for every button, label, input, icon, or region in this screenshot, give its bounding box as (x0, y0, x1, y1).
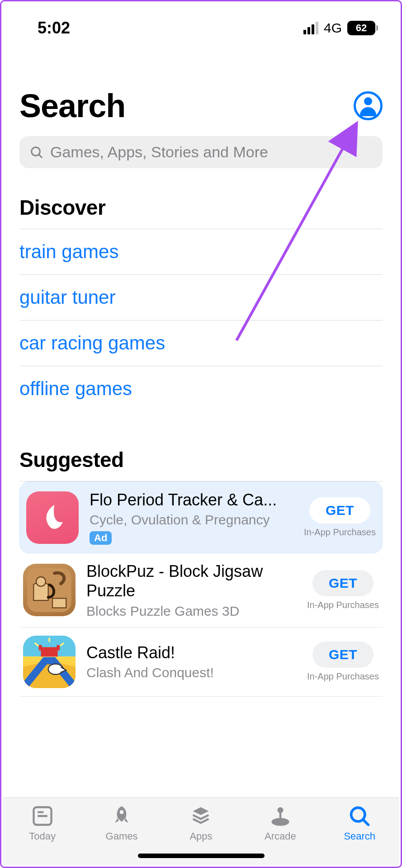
tab-label: Search (344, 830, 375, 842)
iap-label: In-App Purchases (304, 527, 376, 538)
app-icon (23, 564, 76, 616)
search-input[interactable] (50, 143, 373, 161)
home-indicator[interactable] (138, 854, 265, 858)
tab-apps[interactable]: Apps (174, 804, 228, 842)
tab-label: Today (29, 830, 56, 842)
svg-rect-10 (39, 645, 42, 650)
discover-item[interactable]: train games (19, 229, 383, 275)
svg-point-3 (36, 577, 46, 586)
search-field[interactable] (19, 136, 383, 168)
svg-point-20 (271, 818, 289, 826)
iap-label: In-App Purchases (307, 671, 379, 682)
app-meta: Castle Raid! Clash And Conquest! (86, 643, 296, 680)
suggested-list: Flo Period Tracker & Ca... Cycle, Ovulat… (19, 481, 383, 697)
svg-line-1 (39, 155, 42, 158)
status-time: 5:02 (38, 19, 70, 38)
app-meta: BlockPuz - Block Jigsaw Puzzle Blocks Pu… (86, 561, 296, 618)
status-bar: 5:02 4G 62 (1, 1, 401, 42)
svg-point-12 (48, 664, 63, 674)
tab-label: Games (106, 830, 138, 842)
tab-arcade[interactable]: Arcade (253, 804, 307, 842)
app-subtitle: Cycle, Ovulation & Pregnancy (90, 512, 293, 528)
ad-badge: Ad (90, 531, 112, 545)
app-actions: GET In-App Purchases (307, 570, 379, 610)
svg-point-0 (32, 147, 40, 156)
rocket-icon (110, 804, 133, 828)
svg-point-17 (120, 810, 124, 814)
tab-label: Arcade (265, 830, 296, 842)
app-actions: GET In-App Purchases (304, 497, 376, 538)
app-subtitle: Blocks Puzzle Games 3D (86, 604, 296, 619)
get-button[interactable]: GET (309, 497, 370, 524)
account-button[interactable] (354, 91, 383, 120)
person-circle-icon (358, 95, 378, 116)
discover-title: Discover (19, 195, 383, 220)
status-right: 4G 62 (303, 20, 378, 36)
signal-icon (303, 22, 318, 34)
page-title: Search (19, 87, 125, 124)
tab-search[interactable]: Search (332, 804, 387, 842)
tab-bar: Today Games Apps Arcade Search (3, 797, 399, 865)
svg-rect-9 (41, 647, 57, 656)
app-meta: Flo Period Tracker & Ca... Cycle, Ovulat… (90, 490, 293, 545)
discover-list: train games guitar tuner car racing game… (19, 229, 383, 411)
suggested-title: Suggested (19, 448, 383, 472)
discover-item[interactable]: guitar tuner (19, 275, 383, 321)
network-label: 4G (324, 20, 342, 36)
app-row[interactable]: BlockPuz - Block Jigsaw Puzzle Blocks Pu… (19, 553, 383, 627)
app-row-sponsored[interactable]: Flo Period Tracker & Ca... Cycle, Ovulat… (19, 481, 383, 553)
svg-rect-19 (279, 812, 281, 819)
svg-rect-4 (52, 599, 66, 608)
app-name: Castle Raid! (86, 643, 296, 662)
app-name: BlockPuz - Block Jigsaw Puzzle (86, 561, 296, 600)
get-button[interactable]: GET (312, 570, 374, 596)
app-icon (23, 636, 76, 688)
svg-line-8 (35, 643, 39, 646)
get-button[interactable]: GET (312, 642, 374, 668)
discover-item[interactable]: car racing games (19, 321, 383, 366)
arcade-icon (269, 804, 292, 828)
battery-level: 62 (347, 21, 375, 35)
app-actions: GET In-App Purchases (307, 642, 379, 682)
svg-rect-11 (57, 645, 60, 650)
today-icon (31, 804, 54, 828)
search-icon (348, 804, 371, 828)
search-header: Search (19, 87, 383, 124)
battery-icon: 62 (347, 21, 378, 35)
svg-line-7 (60, 643, 64, 646)
svg-line-22 (363, 820, 368, 825)
app-row[interactable]: Castle Raid! Clash And Conquest! GET In-… (19, 627, 383, 697)
iap-label: In-App Purchases (307, 600, 379, 610)
discover-item[interactable]: offline games (19, 366, 383, 411)
tab-label: Apps (189, 830, 212, 842)
app-subtitle: Clash And Conquest! (86, 665, 296, 680)
tab-today[interactable]: Today (15, 804, 70, 842)
search-icon (29, 145, 44, 160)
tab-games[interactable]: Games (95, 804, 149, 842)
apps-icon (189, 804, 213, 828)
app-icon (26, 491, 79, 544)
app-name: Flo Period Tracker & Ca... (90, 490, 293, 509)
